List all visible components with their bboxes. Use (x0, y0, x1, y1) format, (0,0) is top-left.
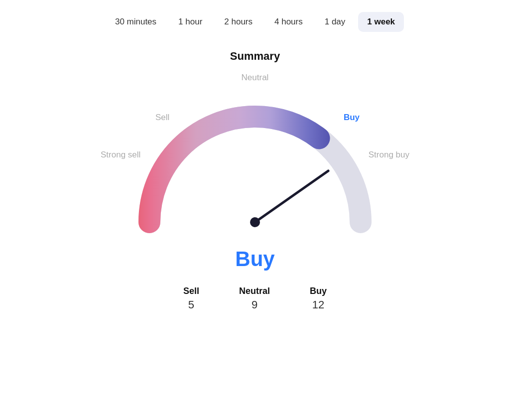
stat-value: 12 (312, 298, 324, 311)
label-neutral: Neutral (242, 73, 269, 83)
label-strong-sell: Strong sell (101, 150, 140, 160)
gauge-labels: Neutral Sell Buy Strong sell Strong buy (106, 73, 404, 242)
gauge-container: Neutral Sell Buy Strong sell Strong buy (106, 73, 404, 242)
stat-value: 5 (188, 298, 194, 311)
stat-label: Buy (310, 286, 327, 296)
time-filter-4-hours[interactable]: 4 hours (265, 12, 312, 32)
time-filter-bar: 30 minutes1 hour2 hours4 hours1 day1 wee… (0, 0, 510, 40)
stat-sell: Sell5 (183, 286, 199, 311)
stat-label: Sell (183, 286, 199, 296)
label-strong-buy: Strong buy (369, 150, 409, 160)
summary-title: Summary (230, 50, 280, 63)
stat-buy: Buy12 (310, 286, 327, 311)
signal-label: Buy (235, 247, 274, 271)
main-content: Summary (0, 40, 510, 420)
time-filter-30-minutes[interactable]: 30 minutes (106, 12, 165, 32)
label-buy: Buy (344, 113, 360, 123)
stat-label: Neutral (239, 286, 270, 296)
time-filter-1-hour[interactable]: 1 hour (169, 12, 211, 32)
stats-row: Sell5Neutral9Buy12 (183, 286, 327, 311)
label-sell: Sell (155, 113, 169, 123)
stat-neutral: Neutral9 (239, 286, 270, 311)
time-filter-1-week[interactable]: 1 week (358, 12, 404, 32)
stat-value: 9 (252, 298, 257, 311)
time-filter-1-day[interactable]: 1 day (316, 12, 355, 32)
time-filter-2-hours[interactable]: 2 hours (215, 12, 261, 32)
